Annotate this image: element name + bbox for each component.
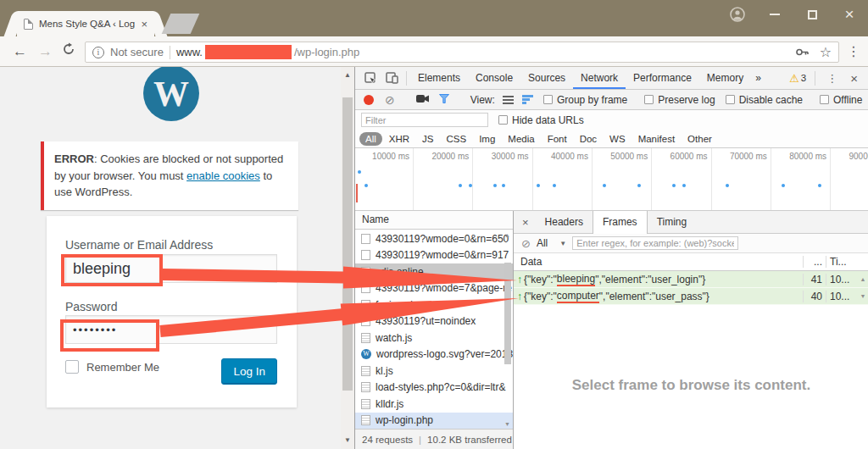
screenshot-camera-icon[interactable] <box>416 94 430 106</box>
length-column-header[interactable]: ... <box>803 256 826 268</box>
devtools-tab-network[interactable]: Network <box>573 67 626 89</box>
filter-input[interactable] <box>361 113 488 127</box>
warning-count[interactable]: 3 <box>801 73 806 83</box>
record-icon[interactable] <box>364 95 374 105</box>
disable-cache-label[interactable]: Disable cache <box>739 94 803 106</box>
detail-tab-timing[interactable]: Timing <box>648 211 697 234</box>
request-row[interactable]: 43930119?wmode=7&page-re <box>355 280 513 297</box>
request-row[interactable]: load-styles.php?c=0&dir=ltr& <box>355 380 513 396</box>
filter-pill-img[interactable]: Img <box>473 132 501 146</box>
devtools-tab-performance[interactable]: Performance <box>626 67 699 89</box>
request-row[interactable]: 43930119?wmode=0&rn=917 <box>355 247 513 264</box>
filter-pill-all[interactable]: All <box>359 132 382 146</box>
hide-data-urls-label[interactable]: Hide data URLs <box>512 114 584 126</box>
frame-row[interactable]: ↑{"key":"computer","element":"user_pass"… <box>514 288 868 305</box>
request-row[interactable]: watch.js <box>355 330 513 346</box>
name-column-header[interactable]: Name <box>355 211 513 230</box>
profile-icon[interactable] <box>719 0 756 29</box>
scroll-down-icon[interactable]: ▼ <box>502 421 513 427</box>
frames-clear-icon[interactable]: ⊘ <box>521 237 531 250</box>
group-by-frame-checkbox[interactable] <box>543 95 553 104</box>
frames-scroll-up-icon[interactable]: ▲ <box>857 276 868 282</box>
detail-tab-frames[interactable]: Frames <box>593 211 648 234</box>
list-view-icon[interactable] <box>503 96 514 104</box>
filter-pill-manifest[interactable]: Manifest <box>632 132 681 146</box>
preserve-log-checkbox[interactable] <box>644 95 654 104</box>
inspect-element-icon[interactable] <box>364 72 377 85</box>
frame-data-text: {"key":" <box>524 274 557 285</box>
maximize-button[interactable] <box>793 0 831 29</box>
browser-tab[interactable]: Mens Style Q&A ‹ Log In × <box>17 11 154 36</box>
username-input[interactable] <box>65 254 277 283</box>
tab-close-icon[interactable]: × <box>141 19 147 30</box>
info-icon[interactable]: i <box>92 47 104 58</box>
filter-funnel-icon[interactable] <box>439 94 449 106</box>
filter-pill-js[interactable]: JS <box>416 132 439 146</box>
network-overview-timeline[interactable]: 10000 ms20000 ms30000 ms40000 ms50000 ms… <box>355 148 868 211</box>
filter-pill-media[interactable]: Media <box>502 132 540 146</box>
time-column-header[interactable]: Ti... <box>826 256 857 268</box>
chrome-menu-icon[interactable]: ⋮ <box>847 43 860 59</box>
login-button[interactable]: Log In <box>221 358 277 385</box>
svg-text:W: W <box>153 75 189 114</box>
offline-label[interactable]: Offline <box>833 94 862 106</box>
request-type-filter-row: AllXHRJSCSSImgMediaFontDocWSManifestOthe… <box>355 130 868 148</box>
request-list-scrollbar[interactable]: ▲ ▼ <box>502 230 513 429</box>
offline-checkbox[interactable] <box>820 95 829 104</box>
forward-button[interactable]: → <box>38 43 53 60</box>
filter-pill-doc[interactable]: Doc <box>574 132 603 146</box>
request-row[interactable]: kl.js <box>355 363 513 380</box>
enable-cookies-link[interactable]: enable cookies <box>186 169 260 182</box>
address-bar[interactable]: i Not secure www. /wp-login.php ☆ <box>85 42 839 63</box>
scrollbar-up-icon[interactable]: ▲ <box>341 69 354 82</box>
devtools-tab-sources[interactable]: Sources <box>520 67 573 89</box>
password-input[interactable] <box>65 315 277 344</box>
request-row[interactable]: cdis.online <box>355 263 513 280</box>
frames-filter-dropdown[interactable]: All ▼ <box>537 237 566 249</box>
scroll-up-icon[interactable]: ▲ <box>502 232 513 238</box>
close-window-button[interactable]: × <box>831 0 868 29</box>
filter-pill-font[interactable]: Font <box>542 132 573 146</box>
warning-icon[interactable]: ⚠ <box>789 72 799 85</box>
scrollbar-down-icon[interactable]: ▼ <box>341 434 354 447</box>
clear-icon[interactable]: ⊘ <box>385 93 395 107</box>
request-row[interactable]: Wwordpress-logo.svg?ver=2013 <box>355 346 513 363</box>
filter-pill-ws[interactable]: WS <box>604 132 632 146</box>
filter-pill-css[interactable]: CSS <box>440 132 472 146</box>
refresh-button[interactable] <box>62 42 75 60</box>
device-toolbar-icon[interactable] <box>386 72 398 84</box>
hide-data-urls-checkbox[interactable] <box>498 115 508 125</box>
devtools-menu-icon[interactable]: ⋮ <box>821 72 843 85</box>
bookmark-star-icon[interactable]: ☆ <box>820 44 832 60</box>
minimize-button[interactable] <box>756 0 793 29</box>
request-row[interactable]: 43930119?ut=noindex <box>355 313 513 330</box>
data-column-header[interactable]: Data <box>514 256 803 268</box>
frames-scroll-down-icon[interactable]: ▼ <box>857 293 868 299</box>
detail-tab-headers[interactable]: Headers <box>536 211 593 234</box>
disable-cache-checkbox[interactable] <box>726 95 735 104</box>
key-icon[interactable] <box>795 45 810 59</box>
filter-pill-other[interactable]: Other <box>682 132 718 146</box>
request-row[interactable]: favicon.ico <box>355 297 513 313</box>
scroll-thumb[interactable] <box>504 263 511 364</box>
overview-view-icon[interactable] <box>522 95 533 104</box>
request-row[interactable]: klldr.js <box>355 396 513 413</box>
devtools-close-icon[interactable]: × <box>845 71 863 86</box>
devtools-tab-elements[interactable]: Elements <box>410 67 468 89</box>
frames-regex-input[interactable] <box>572 236 738 250</box>
preserve-log-label[interactable]: Preserve log <box>658 94 715 106</box>
page-scrollbar[interactable]: ▲ ▼ <box>341 67 354 449</box>
detail-close-icon[interactable]: × <box>514 216 536 229</box>
filter-pill-xhr[interactable]: XHR <box>383 132 415 146</box>
group-by-frame-label[interactable]: Group by frame <box>557 94 627 106</box>
scrollbar-thumb[interactable] <box>342 97 353 391</box>
frame-row[interactable]: ↑{"key":"bleeping","element":"user_login… <box>514 271 868 288</box>
tabs-overflow-chevron[interactable]: » <box>751 67 765 89</box>
network-main-area: Name 43930119?wmode=0&rn=65043930119?wmo… <box>355 211 868 449</box>
request-row[interactable]: 43930119?wmode=0&rn=650 <box>355 230 513 247</box>
devtools-tab-console[interactable]: Console <box>468 67 520 89</box>
request-row[interactable]: wp-login.php <box>355 413 513 430</box>
back-button[interactable]: ← <box>13 43 27 60</box>
remember-me-checkbox[interactable] <box>65 360 79 374</box>
devtools-tab-memory[interactable]: Memory <box>699 67 751 89</box>
